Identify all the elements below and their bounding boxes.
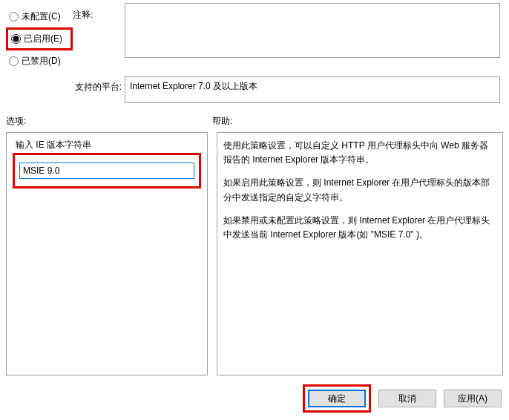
radio-not-configured[interactable]: 未配置(C) bbox=[6, 6, 73, 27]
highlight-input bbox=[13, 153, 201, 188]
ie-version-field-label: 输入 IE 版本字符串 bbox=[13, 139, 201, 151]
radio-not-configured-label: 未配置(C) bbox=[22, 10, 61, 23]
help-p1: 使用此策略设置，可以自定义 HTTP 用户代理标头中向 Web 服务器报告的 I… bbox=[223, 139, 496, 167]
ok-button[interactable]: 确定 bbox=[308, 390, 366, 407]
radio-not-configured-input[interactable] bbox=[9, 12, 19, 22]
radio-disabled-input[interactable] bbox=[9, 56, 19, 66]
platform-label: 支持的平台: bbox=[6, 76, 125, 93]
ie-version-input[interactable] bbox=[19, 163, 194, 179]
highlight-ok: 确定 bbox=[303, 384, 371, 413]
radio-enabled-input[interactable] bbox=[11, 34, 21, 44]
radio-disabled[interactable]: 已禁用(D) bbox=[6, 50, 73, 72]
state-radio-group: 未配置(C) 已启用(E) 已禁用(D) bbox=[6, 3, 73, 72]
help-p2: 如果启用此策略设置，则 Internet Explorer 在用户代理标头的版本… bbox=[223, 176, 496, 204]
dialog-buttons: 确定 取消 应用(A) bbox=[303, 384, 502, 413]
comment-area bbox=[125, 3, 500, 60]
cancel-button[interactable]: 取消 bbox=[378, 390, 436, 407]
help-heading: 帮助: bbox=[212, 115, 503, 128]
options-panel: 输入 IE 版本字符串 bbox=[6, 132, 208, 375]
platform-text: Internet Explorer 7.0 及以上版本 bbox=[130, 81, 257, 91]
radio-disabled-label: 已禁用(D) bbox=[22, 55, 61, 68]
platform-box: Internet Explorer 7.0 及以上版本 bbox=[125, 76, 500, 103]
options-heading: 选项: bbox=[6, 115, 212, 128]
highlight-enabled: 已启用(E) bbox=[6, 27, 73, 50]
help-panel: 使用此策略设置，可以自定义 HTTP 用户代理标头中向 Web 服务器报告的 I… bbox=[217, 132, 503, 375]
apply-button[interactable]: 应用(A) bbox=[444, 390, 502, 407]
radio-enabled-label: 已启用(E) bbox=[24, 33, 62, 45]
comment-label: 注释: bbox=[73, 3, 125, 22]
comment-textarea[interactable] bbox=[125, 3, 500, 58]
help-p3: 如果禁用或未配置此策略设置，则 Internet Explorer 在用户代理标… bbox=[223, 214, 496, 242]
radio-enabled[interactable]: 已启用(E) bbox=[8, 30, 70, 48]
